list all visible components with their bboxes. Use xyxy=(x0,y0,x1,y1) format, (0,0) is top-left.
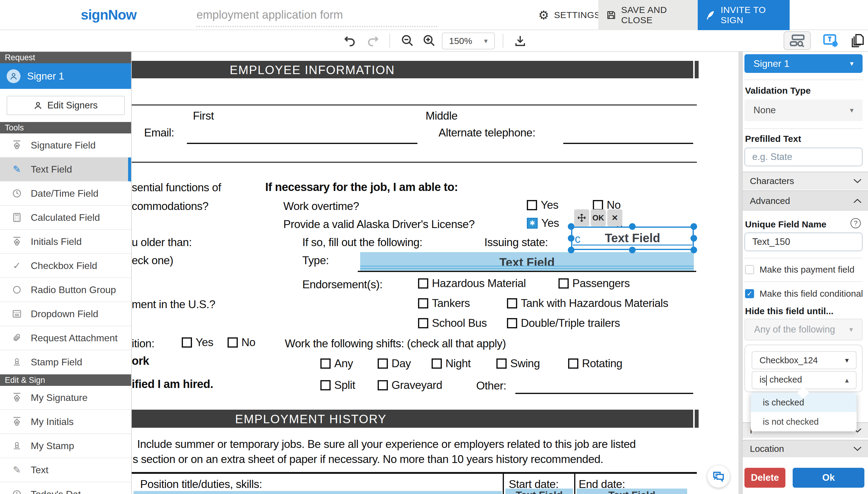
sidebar-item-todays-date[interactable]: Today's Dat xyxy=(0,482,131,494)
sidebar-item-text[interactable]: ✎ Text xyxy=(0,458,131,482)
settings-button[interactable]: ⚙ SETTINGS xyxy=(538,0,601,30)
undo-button[interactable] xyxy=(340,30,360,51)
sidebar-item-my-initials[interactable]: My Initials xyxy=(0,410,131,434)
conditional-field-row[interactable]: ✓ Make this field conditional xyxy=(745,289,863,299)
left-sidebar: Request Signer 1 Edit Signers Tools xyxy=(0,52,132,494)
shift-day[interactable]: Day xyxy=(377,357,411,370)
sidebar-item-datetime-field[interactable]: Date/Time Field xyxy=(0,182,131,206)
zoom-level-select[interactable]: 150% ▾ xyxy=(442,33,495,50)
overtime-yes[interactable]: Yes xyxy=(527,199,558,211)
dropdown-list-icon xyxy=(11,309,23,318)
ok-button[interactable]: Ok xyxy=(793,468,864,488)
download-button[interactable] xyxy=(510,30,531,51)
shift-any[interactable]: Any xyxy=(320,357,353,370)
document-title[interactable]: employment application form xyxy=(197,8,438,21)
shift-graveyard[interactable]: Graveyard xyxy=(377,379,442,392)
document-page: EMPLOYEE INFORMATION First Middle Email:… xyxy=(132,52,738,494)
location-section-header[interactable]: Location xyxy=(743,440,868,457)
position-text-field[interactable] xyxy=(133,491,502,494)
option-is-not-checked[interactable]: is not checked xyxy=(751,412,856,431)
signer-row[interactable]: Signer 1 xyxy=(0,63,131,89)
panel-signer-select[interactable]: Signer 1 ▾ xyxy=(744,54,863,73)
quill-icon xyxy=(705,10,716,20)
stamp-icon xyxy=(11,441,23,450)
resize-handle-se[interactable] xyxy=(690,247,697,253)
position-yes[interactable]: Yes xyxy=(182,336,214,349)
field-underline xyxy=(573,245,692,246)
sidebar-item-checkbox-field[interactable]: ✓ Checkbox Field xyxy=(0,254,131,278)
band-edge2 xyxy=(695,410,699,428)
prefilled-text-input[interactable]: e.g. State xyxy=(744,148,863,166)
help-icon[interactable]: ? xyxy=(851,218,861,228)
position-no[interactable]: No xyxy=(227,336,255,349)
chevron-up-icon xyxy=(853,198,861,203)
shift-split[interactable]: Split xyxy=(320,379,355,392)
validation-type-select[interactable]: None ▾ xyxy=(744,99,863,121)
sidebar-item-calculated-field[interactable]: Calculated Field xyxy=(0,206,131,230)
endorse-school-bus[interactable]: School Bus xyxy=(418,317,487,329)
unique-field-name-input[interactable]: Text_150 xyxy=(744,232,863,251)
shift-rotating[interactable]: Rotating xyxy=(568,357,622,370)
endorse-tankers[interactable]: Tankers xyxy=(418,297,470,310)
field-close-button[interactable]: ✕ xyxy=(607,209,622,226)
resize-handle-e[interactable] xyxy=(690,235,697,242)
resize-handle-n[interactable] xyxy=(629,223,635,230)
any-of-select[interactable]: Any of the following ▾ xyxy=(744,319,863,340)
license-yes[interactable]: ✱ Yes xyxy=(527,217,559,230)
sidebar-item-stamp-field[interactable]: Stamp Field xyxy=(0,350,131,375)
delete-button[interactable]: Delete xyxy=(744,468,786,488)
condition-field-select[interactable]: Checkbox_124 ▾ xyxy=(752,351,856,369)
characters-section-header[interactable]: Characters xyxy=(743,172,868,190)
type-text-field[interactable]: Text Field xyxy=(360,252,694,271)
fields-overview-button[interactable] xyxy=(783,31,811,50)
endorse-hazmat[interactable]: Hazardous Material xyxy=(418,277,526,290)
sidebar-item-signature-field[interactable]: Signature Field xyxy=(0,133,131,157)
zoom-in-button[interactable] xyxy=(419,30,439,51)
checkbox xyxy=(431,358,442,369)
field-properties-panel: Signer 1 ▾ Validation Type None ▾ Prefil… xyxy=(742,52,868,494)
checkbox-checked[interactable]: ✓ xyxy=(745,289,754,298)
resize-handle-ne[interactable] xyxy=(690,223,697,230)
checkbox-unchecked[interactable] xyxy=(745,265,754,274)
payment-field-row[interactable]: Make this payment field xyxy=(745,264,854,275)
signnow-logo[interactable]: signNow xyxy=(81,7,136,23)
save-and-close-button[interactable]: SAVE AND CLOSE xyxy=(598,0,698,30)
resize-handle-sw[interactable] xyxy=(568,247,574,253)
sidebar-item-initials-field[interactable]: Initials Field xyxy=(0,230,131,254)
sidebar-item-radio-group[interactable]: Radio Button Group xyxy=(0,278,131,302)
sidebar-item-my-signature[interactable]: My Signature xyxy=(0,386,131,410)
pencil-icon: ✎ xyxy=(11,164,23,175)
pages-button[interactable] xyxy=(851,34,865,48)
endorse-passengers[interactable]: Passengers xyxy=(558,277,630,290)
field-ok-button[interactable]: OK xyxy=(591,209,606,226)
resize-handle-nw[interactable] xyxy=(568,223,574,230)
resize-handle-s[interactable] xyxy=(629,247,635,253)
option-is-checked[interactable]: is checked xyxy=(751,393,856,412)
sidebar-item-my-stamp[interactable]: My Stamp xyxy=(0,434,131,458)
sidebar-item-text-field[interactable]: ✎ Text Field xyxy=(0,157,131,182)
shift-night[interactable]: Night xyxy=(431,357,471,370)
shift-swing[interactable]: Swing xyxy=(496,357,540,370)
edit-signers-button[interactable]: Edit Signers xyxy=(7,96,125,115)
zoom-out-button[interactable] xyxy=(397,30,418,51)
resize-handle-w[interactable] xyxy=(568,235,574,242)
move-icon[interactable] xyxy=(574,209,589,226)
signer-avatar xyxy=(7,69,20,83)
field-settings-button[interactable] xyxy=(823,34,839,48)
checkbox xyxy=(507,318,517,328)
label-issuing-state: Issuing state: xyxy=(484,236,548,249)
start-date-text-field[interactable]: Text Field xyxy=(505,489,573,494)
endorse-tank-hazmat[interactable]: Tank with Hazardous Materials xyxy=(507,297,668,310)
end-date-text-field[interactable]: Text Field xyxy=(576,489,687,494)
invite-to-sign-button[interactable]: INVITE TO SIGN xyxy=(698,0,790,30)
endorse-double-triple[interactable]: Double/Triple trailers xyxy=(507,317,620,329)
condition-value-combobox[interactable]: is checked ▴ xyxy=(752,371,856,389)
redo-button[interactable] xyxy=(363,30,382,51)
email-line xyxy=(187,143,418,144)
cut-text-accommodations: commodations? xyxy=(132,200,208,213)
sidebar-item-dropdown-field[interactable]: Dropdown Field xyxy=(0,302,131,326)
advanced-section-header[interactable]: Advanced xyxy=(743,190,868,211)
chat-fab-button[interactable] xyxy=(707,466,730,488)
checkbox xyxy=(320,358,331,369)
sidebar-item-request-attachment[interactable]: Request Attachment xyxy=(0,326,131,350)
